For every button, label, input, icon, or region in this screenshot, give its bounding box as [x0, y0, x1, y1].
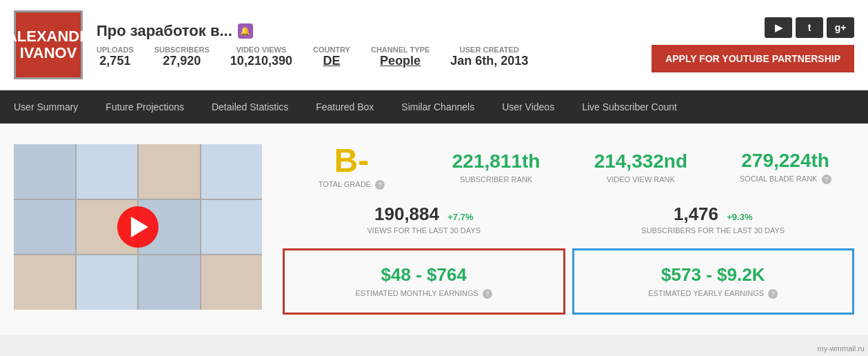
yearly-earnings-label: ESTIMATED YEARLY EARNINGS ?: [588, 289, 839, 299]
monthly-earnings-label: ESTIMATED MONTHLY EARNINGS ?: [299, 289, 549, 299]
play-button[interactable]: [117, 206, 159, 248]
stats-section: B- TOTAL GRADE ? 221,811th SUBSCRIBER RA…: [283, 144, 854, 315]
channel-name-row: Про заработок в... 🔔: [97, 22, 652, 40]
subscribers-stat: SUBSCRIBERS 27,920: [154, 46, 210, 68]
country-label: COUNTRY: [313, 46, 350, 54]
monthly-earnings-help-icon[interactable]: ?: [483, 289, 492, 299]
video-view-rank-label: VIDEO VIEW RANK: [607, 175, 675, 184]
apply-partnership-button[interactable]: APPLY FOR YOUTUBE PARTNERSHIP: [652, 45, 854, 72]
main-content: B- TOTAL GRADE ? 221,811th SUBSCRIBER RA…: [0, 123, 868, 335]
monthly-earnings-value: $48 - $764: [299, 264, 549, 286]
channel-type-value[interactable]: People: [371, 54, 430, 68]
channel-info: Про заработок в... 🔔 UPLOADS 2,751 SUBSC…: [97, 22, 652, 68]
video-views-value: 10,210,390: [230, 54, 292, 68]
views-30-days-label: VIEWS FOR THE LAST 30 DAYS: [367, 226, 481, 235]
total-grade-box: B- TOTAL GRADE ?: [283, 144, 421, 190]
bell-icon[interactable]: 🔔: [238, 23, 253, 39]
subscribers-label: SUBSCRIBERS: [154, 46, 210, 54]
country-stat: COUNTRY DE: [313, 46, 350, 68]
nav-detailed-statistics[interactable]: Detailed Statistics: [198, 90, 302, 123]
subscriber-rank-box: 221,811th SUBSCRIBER RANK: [427, 144, 565, 190]
channel-type-label: CHANNEL TYPE: [371, 46, 430, 54]
channel-logo: ALEXANDR IVANOV: [14, 10, 83, 79]
header-right: ▶ t g+ APPLY FOR YOUTUBE PARTNERSHIP: [652, 17, 854, 72]
user-created-stat: USER CREATED Jan 6th, 2013: [450, 46, 528, 68]
googleplus-button[interactable]: g+: [827, 17, 854, 38]
twitter-button[interactable]: t: [796, 17, 823, 38]
youtube-button[interactable]: ▶: [765, 17, 792, 38]
nav-live-subscriber-count[interactable]: Live Subscriber Count: [568, 90, 691, 123]
channel-name-text: Про заработок в...: [97, 22, 232, 40]
yearly-earnings-value: $573 - $9.2K: [588, 264, 839, 286]
user-created-value: Jan 6th, 2013: [450, 54, 528, 68]
video-cell: [139, 255, 200, 310]
subscribers-change: +9.3%: [727, 212, 752, 222]
views-change: +7.7%: [447, 212, 473, 222]
social-blade-rank-box: 279,224th SOCIAL BLADE RANK ?: [716, 144, 854, 190]
uploads-value: 2,751: [97, 54, 134, 68]
play-triangle-icon: [131, 217, 148, 237]
views-30-days-stat: 190,884 +7.7% VIEWS FOR THE LAST 30 DAYS: [283, 204, 565, 235]
video-view-rank-value: 214,332nd: [594, 150, 687, 172]
logo-line2: IVANOV: [20, 45, 77, 61]
nav-similar-channels[interactable]: Similar Channels: [387, 90, 488, 123]
subscriber-rank-value: 221,811th: [452, 150, 541, 172]
logo-line1: ALEXANDR: [6, 28, 90, 45]
grade-help-icon[interactable]: ?: [375, 180, 385, 190]
video-cell: [14, 255, 75, 310]
social-blade-rank-value: 279,224th: [741, 150, 829, 172]
subscriber-rank-label: SUBSCRIBER RANK: [460, 175, 532, 184]
video-view-rank-box: 214,332nd VIDEO VIEW RANK: [572, 144, 710, 190]
navigation: User Summary Future Projections Detailed…: [0, 90, 868, 123]
stats-bottom-row: $48 - $764 ESTIMATED MONTHLY EARNINGS ? …: [283, 248, 854, 315]
views-30-days-value: 190,884 +7.7%: [374, 204, 473, 225]
header: ALEXANDR IVANOV Про заработок в... 🔔 UPL…: [0, 0, 868, 90]
social-icons: ▶ t g+: [765, 17, 854, 38]
subscribers-30-days-stat: 1,476 +9.3% SUBSCRIBERS FOR THE LAST 30 …: [572, 204, 855, 235]
video-cell: [139, 144, 200, 199]
uploads-stat: UPLOADS 2,751: [97, 46, 134, 68]
video-cell: [14, 144, 75, 199]
nav-user-videos[interactable]: User Videos: [488, 90, 568, 123]
video-cell: [201, 144, 263, 199]
nav-user-summary[interactable]: User Summary: [0, 90, 92, 123]
yearly-earnings-box: $573 - $9.2K ESTIMATED YEARLY EARNINGS ?: [572, 248, 855, 315]
social-blade-help-icon[interactable]: ?: [822, 175, 831, 184]
channel-type-stat: CHANNEL TYPE People: [371, 46, 430, 68]
user-created-label: USER CREATED: [450, 46, 528, 54]
monthly-earnings-box: $48 - $764 ESTIMATED MONTHLY EARNINGS ?: [283, 248, 565, 315]
grade-value: B-: [334, 144, 370, 177]
country-value[interactable]: DE: [313, 54, 350, 68]
video-cell: [201, 255, 263, 310]
grade-label: TOTAL GRADE ?: [319, 180, 385, 190]
video-cell: [14, 200, 75, 255]
uploads-label: UPLOADS: [97, 46, 134, 54]
video-cell: [77, 255, 138, 310]
channel-video-thumbnail[interactable]: [14, 144, 262, 310]
subscribers-30-days-value: 1,476 +9.3%: [674, 204, 753, 225]
video-cell: [77, 144, 138, 199]
nav-featured-box[interactable]: Featured Box: [302, 90, 387, 123]
subscribers-value: 27,920: [154, 54, 210, 68]
stats-mid-row: 190,884 +7.7% VIEWS FOR THE LAST 30 DAYS…: [283, 204, 854, 235]
social-blade-rank-label: SOCIAL BLADE RANK ?: [740, 175, 831, 184]
video-views-stat: VIDEO VIEWS 10,210,390: [230, 46, 292, 68]
stats-top-row: B- TOTAL GRADE ? 221,811th SUBSCRIBER RA…: [283, 144, 854, 190]
nav-future-projections[interactable]: Future Projections: [92, 90, 198, 123]
subscribers-30-days-label: SUBSCRIBERS FOR THE LAST 30 DAYS: [641, 226, 785, 235]
channel-stats: UPLOADS 2,751 SUBSCRIBERS 27,920 VIDEO V…: [97, 46, 652, 68]
yearly-earnings-help-icon[interactable]: ?: [768, 289, 778, 299]
video-cell: [201, 200, 263, 255]
video-views-label: VIDEO VIEWS: [230, 46, 292, 54]
